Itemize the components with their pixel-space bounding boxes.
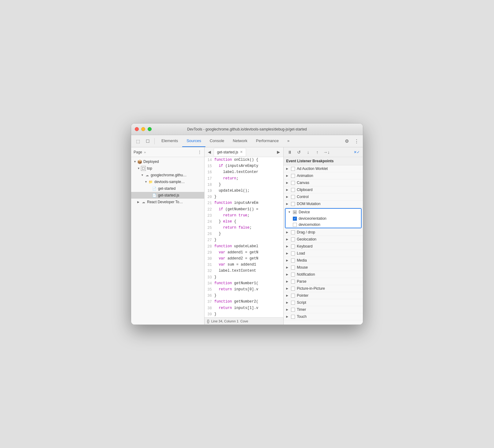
bp-header-script[interactable]: ▶Script [284, 299, 363, 306]
tab-performance[interactable]: Performance [252, 135, 283, 147]
bp-header-animation[interactable]: ▶Animation [284, 172, 363, 179]
code-line: 23 return true; [205, 213, 283, 219]
parse-checkbox[interactable] [291, 280, 295, 284]
control-checkbox[interactable] [291, 195, 295, 199]
timer-checkbox[interactable] [291, 308, 295, 312]
bp-header-touch[interactable]: ▶Touch [284, 313, 363, 320]
devicemotion-checkbox[interactable] [293, 223, 297, 227]
touch-checkbox[interactable] [291, 315, 295, 319]
drag_drop-checkbox[interactable] [291, 230, 295, 234]
line-content: function inputsAreEm [214, 200, 283, 206]
step-over-btn[interactable]: ↺ [295, 149, 303, 156]
deployed-icon: 📦 [137, 159, 142, 164]
line-content: } [214, 231, 283, 237]
code-line: 29 var addend1 = getN [205, 250, 283, 256]
code-line: 32 label.textContent [205, 268, 283, 274]
dom_mutation-checkbox[interactable] [291, 202, 295, 206]
script-checkbox[interactable] [291, 301, 295, 305]
keyboard-checkbox[interactable] [291, 244, 295, 248]
bp-header-ad_auction[interactable]: ▶Ad Auction Worklet [284, 165, 363, 172]
step-btn[interactable]: →↓ [323, 149, 330, 156]
close-button[interactable] [135, 127, 139, 131]
maximize-button[interactable] [148, 127, 152, 131]
code-line: 30 var addend2 = getN [205, 256, 283, 262]
pointer-checkbox[interactable] [291, 294, 295, 298]
tab-network[interactable]: Network [229, 135, 252, 147]
tab-elements[interactable]: Elements [157, 135, 182, 147]
bp-header-pointer[interactable]: ▶Pointer [284, 292, 363, 299]
media-checkbox[interactable] [291, 259, 295, 263]
step-out-btn[interactable]: ↑ [314, 149, 321, 156]
bp-header-control[interactable]: ▶Control [284, 193, 363, 200]
devtools-window: DevTools - googlechrome.github.io/devtoo… [131, 123, 363, 325]
load-checkbox[interactable] [291, 252, 295, 255]
more-options-icon[interactable]: ⋮ [352, 137, 360, 145]
code-area[interactable]: 14function onClick() {15 if (inputsAreEm… [205, 157, 283, 317]
line-content: function onClick() { [214, 157, 283, 163]
notification-checkbox[interactable] [291, 273, 295, 277]
dom_mutation-label: DOM Mutation [297, 202, 320, 206]
settings-icon[interactable]: ⚙ [343, 137, 351, 145]
control-label: Control [297, 195, 309, 199]
bp-header-canvas[interactable]: ▶Canvas [284, 179, 363, 186]
bp-header-drag_drop[interactable]: ▶Drag / drop [284, 229, 363, 236]
bp-section-keyboard: ▶Keyboard [284, 243, 363, 250]
bp-section-media: ▶Media [284, 257, 363, 264]
picture_in_picture-checkbox[interactable] [291, 287, 295, 291]
bp-header-notification[interactable]: ▶Notification [284, 271, 363, 278]
line-content: return true; [214, 213, 283, 218]
animation-checkbox[interactable] [291, 174, 295, 178]
bp-header-mouse[interactable]: ▶Mouse [284, 264, 363, 271]
device-toggle-icon[interactable]: ☐ [143, 137, 152, 145]
bp-item-devicemotion[interactable]: devicemotion [286, 222, 361, 228]
tree-item-googlechrome[interactable]: ▼ ☁ googlechrome.githu… [131, 172, 204, 178]
step-into-btn[interactable]: ↓ [304, 149, 312, 156]
bp-header-clipboard[interactable]: ▶Clipboard [284, 186, 363, 193]
line-content: } [214, 274, 283, 280]
tree-item-react[interactable]: ▶ ☁ React Developer To… [131, 199, 204, 205]
geolocation-checkbox[interactable] [291, 237, 295, 241]
editor-close-tab[interactable]: ✕ [240, 150, 243, 154]
tab-sources[interactable]: Sources [182, 135, 205, 147]
editor-filename: get-started.js [217, 150, 238, 154]
clipboard-checkbox[interactable] [291, 188, 295, 192]
deviceorientation-checkbox[interactable]: ✓ [293, 217, 297, 221]
bp-item-deviceorientation[interactable]: ✓deviceorientation [286, 215, 361, 222]
bp-header-geolocation[interactable]: ▶Geolocation [284, 236, 363, 243]
tab-more[interactable]: » [283, 135, 294, 147]
drag_drop-arrow: ▶ [286, 231, 289, 234]
bp-header-keyboard[interactable]: ▶Keyboard [284, 243, 363, 250]
tree-item-get-started[interactable]: 📄 get-started [131, 185, 204, 192]
tree-item-top[interactable]: ▼ ☐ top [131, 165, 204, 172]
run-snippet-btn[interactable]: ▶ [275, 149, 282, 156]
tree-item-devtools[interactable]: ▼ 📁 devtools-sample… [131, 178, 204, 185]
page-label: Page [134, 150, 142, 154]
canvas-checkbox[interactable] [291, 181, 295, 185]
ad_auction-checkbox[interactable] [291, 167, 295, 171]
pause-btn[interactable]: ⏸ [286, 149, 293, 156]
bp-header-picture_in_picture[interactable]: ▶Picture-in-Picture [284, 285, 363, 292]
filetree-more-icon[interactable]: ⋮ [197, 150, 202, 155]
tree-item-get-started-js[interactable]: 📄 get-started.js [131, 192, 204, 199]
deployed-arrow: ▼ [134, 160, 137, 163]
format-icon[interactable]: {} [207, 319, 209, 323]
back-nav-btn[interactable]: ◀ [206, 149, 213, 156]
bp-header-parse[interactable]: ▶Parse [284, 278, 363, 285]
inspect-icon[interactable]: ⬚ [134, 137, 142, 145]
bp-header-dom_mutation[interactable]: ▶DOM Mutation [284, 200, 363, 207]
editor-file-tab[interactable]: get-started.js ✕ [214, 148, 246, 156]
page-more[interactable]: » [144, 150, 146, 154]
deactivate-breakpoints-btn[interactable]: ✕✓ [353, 149, 360, 156]
bp-header-timer[interactable]: ▶Timer [284, 306, 363, 313]
bp-section-header-device[interactable]: ▼–Device [286, 209, 361, 215]
bp-header-media[interactable]: ▶Media [284, 257, 363, 264]
bp-header-load[interactable]: ▶Load [284, 250, 363, 257]
mouse-checkbox[interactable] [291, 266, 295, 270]
minimize-button[interactable] [141, 127, 145, 131]
bp-section-geolocation: ▶Geolocation [284, 236, 363, 243]
tree-item-deployed[interactable]: ▼ 📦 Deployed [131, 158, 204, 165]
tab-console[interactable]: Console [205, 135, 229, 147]
middle-panel: ◀ get-started.js ✕ ▶ 14function onClick(… [205, 147, 283, 325]
clipboard-arrow: ▶ [286, 188, 289, 191]
code-line: 39} [205, 311, 283, 317]
